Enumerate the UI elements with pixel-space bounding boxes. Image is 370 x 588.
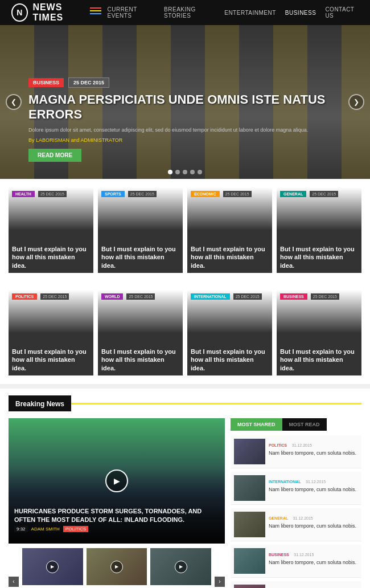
card-title: But I must explain to you how all this m… bbox=[280, 348, 358, 372]
sidebar-item-4[interactable]: BUSINESS 31.12.2015 Nam libero tompore, … bbox=[231, 545, 361, 578]
card-date: 25 DEC 2015 bbox=[311, 293, 339, 300]
sidebar-text-2: Nam libero tompore, cum soluta nobis. bbox=[269, 487, 358, 493]
thumb-play-3[interactable]: ▶ bbox=[175, 561, 187, 573]
news-card-business[interactable]: BUSINESS 25 DEC 2015 But I must explain … bbox=[277, 290, 361, 375]
card-title: But I must explain to you how all this m… bbox=[191, 348, 269, 372]
thumbnail-item-3[interactable]: ▶ The fed and inequality Politics Adam S… bbox=[150, 548, 211, 588]
news-card-general[interactable]: GENERAL 25 DEC 2015 But I must explain t… bbox=[277, 187, 361, 273]
sidebar-date-4: 31.12.2015 bbox=[294, 553, 314, 557]
nav-entertainment[interactable]: ENTERTAINMENT bbox=[224, 10, 276, 16]
hero-dot-3[interactable] bbox=[183, 170, 187, 174]
news-card-sports[interactable]: SPORTS 25 DEC 2015 But I must explain to… bbox=[98, 187, 183, 273]
breaking-news-section: Breaking News ▶ HURRICANES PRODUCE STORM… bbox=[0, 389, 370, 588]
card-title: But I must explain to you how all this m… bbox=[12, 348, 90, 372]
sidebar-text-4: Nam libero tompore, cum soluta nobis. bbox=[269, 560, 358, 566]
thumbnail-item-2[interactable]: ▶ Billionaires versus Millionaires Polit… bbox=[87, 548, 147, 588]
tab-most-read[interactable]: MOST READ bbox=[282, 418, 327, 431]
sidebar-cat-4: BUSINESS bbox=[269, 553, 289, 557]
sidebar-item-1[interactable]: POLITICS 31.12.2015 Nam libero tompore, … bbox=[231, 435, 361, 468]
thumb-prev-button[interactable]: ‹ bbox=[9, 577, 19, 587]
sidebar-item-2[interactable]: INTERNATIONAL 31.12.2015 Nam libero tomp… bbox=[231, 472, 361, 505]
category-tag[interactable]: INTERNATIONAL bbox=[191, 293, 230, 300]
thumbnail-image-3: ▶ bbox=[150, 548, 211, 585]
news-card-world[interactable]: WORLD 25 DEC 2015 But I must explain to … bbox=[98, 290, 183, 375]
thumbnail-image-1: ▶ bbox=[22, 548, 83, 585]
category-tag[interactable]: POLITICS bbox=[12, 293, 37, 300]
sidebar-date-3: 31.12.2015 bbox=[293, 516, 313, 520]
read-more-button[interactable]: READ MORE bbox=[28, 149, 81, 162]
category-tag[interactable]: GENERAL bbox=[280, 191, 306, 197]
sidebar-items: POLITICS 31.12.2015 Nam libero tompore, … bbox=[231, 435, 361, 588]
sidebar-date-1: 31.12.2015 bbox=[292, 443, 312, 447]
thumb-next-button[interactable]: › bbox=[215, 577, 225, 587]
category-tag[interactable]: HEALTH bbox=[12, 191, 35, 197]
thumbnail-image-2: ▶ bbox=[87, 548, 147, 585]
thumb-play-1[interactable]: ▶ bbox=[46, 561, 59, 573]
card-date: 25 DEC 2015 bbox=[40, 293, 69, 300]
card-tags: HEALTH 25 DEC 2015 bbox=[12, 191, 90, 197]
hero-tags: BUSINESS 25 DEC 2015 bbox=[28, 77, 342, 88]
site-header: N NEWS TIMES CURRENT EVENTS BREAKING STO… bbox=[0, 0, 370, 25]
news-card-health[interactable]: HEALTH 25 DEC 2015 But I must explain to… bbox=[9, 187, 93, 273]
news-card-politics[interactable]: POLITICS 25 DEC 2015 But I must explain … bbox=[9, 290, 93, 375]
hero-date-tag: 25 DEC 2015 bbox=[68, 77, 109, 88]
card-date: 25 DEC 2015 bbox=[310, 191, 338, 197]
card-title: But I must explain to you how all this m… bbox=[101, 245, 179, 270]
play-button[interactable]: ▶ bbox=[105, 469, 128, 492]
sidebar-text-1: Nam libero tompore, cum soluta nobis. bbox=[269, 450, 358, 457]
site-logo[interactable]: N NEWS TIMES bbox=[11, 2, 90, 23]
video-author[interactable]: ADAM SMITH bbox=[31, 526, 60, 532]
hero-author2[interactable]: ADMINISTRATOR bbox=[81, 137, 123, 143]
card-date: 25 DEC 2015 bbox=[223, 191, 252, 197]
nav-breaking-stories[interactable]: BREAKING STORIES bbox=[164, 6, 215, 19]
thumb-play-2[interactable]: ▶ bbox=[110, 561, 123, 573]
news-grid-row2: POLITICS 25 DEC 2015 But I must explain … bbox=[0, 281, 370, 384]
sidebar-thumb-1 bbox=[234, 439, 265, 464]
sidebar-item-3[interactable]: GENERAL 31.12.2015 Nam libero tompore, c… bbox=[231, 508, 361, 541]
hero-dot-2[interactable] bbox=[175, 170, 180, 174]
news-card-international[interactable]: INTERNATIONAL 25 DEC 2015 But I must exp… bbox=[187, 290, 272, 375]
breaking-main: ▶ HURRICANES PRODUCE STORM SURGES, TORNA… bbox=[9, 418, 225, 588]
hero-dot-5[interactable] bbox=[198, 170, 202, 174]
thumbnail-items: ▶ The fastest insect in the world Politi… bbox=[22, 548, 211, 588]
section-header: Breaking News bbox=[9, 395, 361, 411]
category-tag[interactable]: ECONOMIC bbox=[191, 191, 220, 197]
hero-dot-1[interactable] bbox=[168, 170, 172, 174]
sidebar-thumb-2 bbox=[234, 475, 265, 501]
sidebar-item-5[interactable]: WORLD 31.12.2015 Nam libero tompore, cum… bbox=[231, 581, 361, 588]
hero-next-button[interactable]: ❯ bbox=[348, 94, 364, 110]
sidebar-thumb-5 bbox=[234, 585, 265, 588]
hero-dot-4[interactable] bbox=[190, 170, 195, 174]
video-title: HURRICANES PRODUCE STORM SURGES, TORNADO… bbox=[14, 507, 219, 524]
category-tag[interactable]: SPORTS bbox=[101, 191, 125, 197]
video-category[interactable]: POLITICS bbox=[63, 526, 88, 532]
nav-business[interactable]: BUSINESS bbox=[285, 10, 316, 16]
nav-contact[interactable]: CONTACT US bbox=[325, 6, 359, 19]
card-title: But I must explain to you how all this m… bbox=[101, 348, 179, 372]
breaking-video[interactable]: ▶ HURRICANES PRODUCE STORM SURGES, TORNA… bbox=[9, 418, 225, 544]
video-caption: HURRICANES PRODUCE STORM SURGES, TORNADO… bbox=[14, 507, 219, 532]
hero-section: ❮ ❯ BUSINESS 25 DEC 2015 MAGNA PERSPICIA… bbox=[0, 25, 370, 179]
breaking-sidebar: MOST SHARED MOST READ POLITICS 31.12.201… bbox=[231, 418, 361, 588]
hero-author1[interactable]: LABORISMAN bbox=[36, 137, 69, 143]
thumbnail-item-1[interactable]: ▶ The fastest insect in the world Politi… bbox=[22, 548, 83, 588]
hero-title: MAGNA PERSPICIATIS UNDE OMNIS ISTE NATUS… bbox=[28, 92, 342, 122]
hero-authors: By LABORISMAN and ADMINISTRATOR bbox=[28, 137, 342, 143]
category-tag[interactable]: WORLD bbox=[101, 293, 123, 300]
card-title: But I must explain to you how all this m… bbox=[12, 245, 90, 270]
site-name: NEWS TIMES bbox=[32, 2, 90, 23]
card-title: But I must explain to you how all this m… bbox=[191, 245, 269, 270]
nav-current-events[interactable]: CURRENT EVENTS bbox=[107, 6, 155, 19]
category-tag[interactable]: BUSINESS bbox=[280, 293, 307, 300]
hero-dots bbox=[168, 170, 202, 174]
card-date: 25 DEC 2015 bbox=[38, 191, 67, 197]
thumbnail-row: ‹ ▶ The fastest insect in the world Poli… bbox=[9, 548, 225, 588]
card-date: 25 DEC 2015 bbox=[128, 191, 157, 197]
news-card-economic[interactable]: ECONOMIC 25 DEC 2015 But I must explain … bbox=[187, 187, 272, 273]
tab-most-shared[interactable]: MOST SHARED bbox=[231, 418, 282, 431]
hero-prev-button[interactable]: ❮ bbox=[6, 94, 22, 110]
section-line bbox=[71, 403, 361, 405]
hero-category-tag[interactable]: BUSINESS bbox=[28, 78, 64, 87]
sidebar-tabs: MOST SHARED MOST READ bbox=[231, 418, 361, 431]
hamburger-icon[interactable] bbox=[90, 7, 101, 18]
